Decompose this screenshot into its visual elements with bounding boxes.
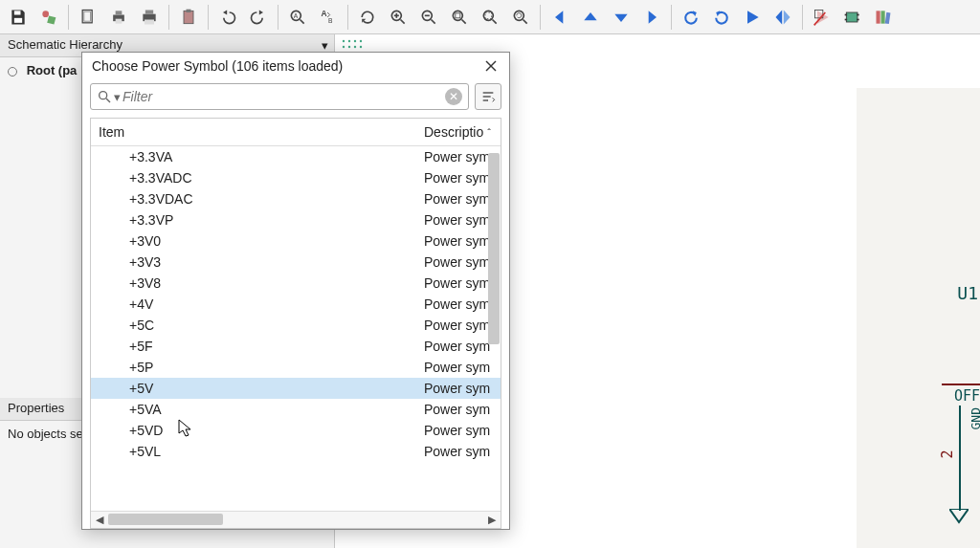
- library-browse-button[interactable]: [869, 3, 898, 32]
- row-desc: Power sym: [424, 423, 501, 438]
- row-item: +3.3VA: [129, 149, 424, 164]
- paste-button[interactable]: [174, 3, 203, 32]
- refresh-button[interactable]: [353, 3, 382, 32]
- toolbar-separator: [68, 5, 69, 30]
- row-item: +3V0: [129, 233, 424, 249]
- horizontal-scrollbar[interactable]: ◀ ▶: [91, 511, 501, 528]
- table-row[interactable]: +5VDPower sym: [91, 420, 501, 441]
- component-edit-button[interactable]: [34, 3, 63, 32]
- col-desc-header[interactable]: Descriptio ˆ: [424, 124, 501, 140]
- table-row[interactable]: +5FPower sym: [91, 336, 501, 357]
- schematic-pin-off: OFF: [942, 384, 980, 405]
- table-row[interactable]: +5CPower sym: [91, 315, 501, 336]
- zoom-fit-button[interactable]: [445, 3, 474, 32]
- svg-line-31: [493, 19, 497, 23]
- row-item: +5V: [129, 381, 424, 396]
- table-row[interactable]: +5PPower sym: [91, 357, 501, 378]
- svg-rect-12: [184, 11, 193, 23]
- options-icon: [480, 89, 496, 104]
- rotate-cw-button[interactable]: [707, 3, 736, 32]
- svg-rect-10: [145, 10, 153, 13]
- toolbar-separator: [278, 5, 278, 30]
- table-row[interactable]: +3V3Power sym: [91, 252, 501, 273]
- schematic-gnd-label: GND: [969, 407, 980, 429]
- hierarchy-title: Schematic Hierarchy: [8, 37, 122, 52]
- table-row[interactable]: +3V0Power sym: [91, 230, 501, 252]
- table-row[interactable]: +4VPower sym: [91, 294, 501, 315]
- table-row[interactable]: +3.3VPPower sym: [91, 209, 501, 230]
- save-button[interactable]: [4, 3, 33, 32]
- hierarchy-root[interactable]: Root (pa: [27, 63, 78, 77]
- toolbar-separator: [540, 5, 541, 30]
- find-replace-button[interactable]: AB: [314, 3, 343, 32]
- clear-filter-button[interactable]: ✕: [445, 88, 462, 105]
- rotate-ccw-button[interactable]: [677, 3, 705, 32]
- svg-line-28: [462, 19, 466, 23]
- hscroll-left-button[interactable]: ◀: [91, 512, 108, 528]
- svg-rect-11: [145, 19, 154, 24]
- erc-button[interactable]: [808, 3, 836, 32]
- table-row[interactable]: +3.3VAPower sym: [91, 146, 501, 167]
- svg-rect-37: [845, 13, 848, 15]
- print-button[interactable]: [104, 3, 133, 32]
- toolbar-separator: [802, 5, 803, 30]
- plot-button[interactable]: [135, 3, 164, 32]
- svg-rect-8: [116, 18, 122, 23]
- svg-rect-42: [881, 11, 885, 23]
- undo-button[interactable]: [213, 3, 242, 32]
- schematic-wire: [959, 406, 961, 511]
- zoom-redraw-button[interactable]: [506, 3, 535, 32]
- symbol-table: Item Descriptio ˆ +3.3VAPower sym+3.3VAD…: [90, 118, 501, 529]
- svg-rect-5: [84, 11, 91, 21]
- table-body[interactable]: +3.3VAPower sym+3.3VADCPower sym+3.3VDAC…: [91, 146, 501, 511]
- svg-point-47: [360, 40, 362, 42]
- zoom-out-button[interactable]: [414, 3, 443, 32]
- table-row[interactable]: +5VPower sym: [91, 378, 501, 399]
- filter-input-wrap[interactable]: ▾ ✕: [90, 83, 469, 110]
- find-button[interactable]: A: [283, 3, 312, 32]
- filter-options-button[interactable]: [475, 83, 501, 110]
- nav-right-button[interactable]: [637, 3, 666, 32]
- choose-power-symbol-dialog: Choose Power Symbol (106 items loaded) ▾…: [81, 52, 510, 530]
- symbol-preview[interactable]: +5V Power input: [857, 88, 980, 548]
- dialog-titlebar[interactable]: Choose Power Symbol (106 items loaded): [82, 53, 509, 79]
- col-item-header[interactable]: Item: [99, 124, 424, 140]
- svg-text:A: A: [294, 11, 299, 18]
- svg-point-46: [354, 40, 356, 42]
- table-row[interactable]: +5VAPower sym: [91, 399, 501, 420]
- table-row[interactable]: +3.3VADCPower sym: [91, 167, 501, 188]
- svg-line-33: [523, 19, 527, 23]
- svg-point-26: [453, 11, 462, 20]
- filter-input[interactable]: [121, 88, 445, 105]
- nav-up-button[interactable]: [576, 3, 605, 32]
- row-item: +5VD: [129, 423, 424, 438]
- dialog-close-button[interactable]: [480, 55, 501, 77]
- nav-down-button[interactable]: [607, 3, 635, 32]
- svg-marker-53: [949, 509, 969, 522]
- zoom-selection-button[interactable]: [476, 3, 504, 32]
- run-button[interactable]: [738, 3, 767, 32]
- hscroll-thumb[interactable]: [108, 514, 223, 525]
- table-row[interactable]: +3V8Power sym: [91, 273, 501, 294]
- row-item: +5C: [129, 318, 424, 333]
- zoom-in-button[interactable]: [384, 3, 412, 32]
- footprint-assign-button[interactable]: [838, 3, 867, 32]
- nav-left-button[interactable]: [546, 3, 574, 32]
- redo-button[interactable]: [244, 3, 273, 32]
- vertical-scrollbar-thumb[interactable]: [488, 153, 500, 344]
- svg-point-44: [343, 40, 345, 42]
- table-header[interactable]: Item Descriptio ˆ: [91, 119, 501, 146]
- svg-text:A: A: [322, 9, 327, 18]
- row-item: +3.3VDAC: [129, 191, 424, 207]
- svg-rect-38: [845, 18, 848, 20]
- toolbar-separator: [347, 5, 348, 30]
- mirror-button[interactable]: [768, 3, 797, 32]
- svg-rect-7: [116, 11, 122, 14]
- page-settings-button[interactable]: [74, 3, 102, 32]
- table-row[interactable]: +3.3VDACPower sym: [91, 188, 501, 209]
- toolbar-separator: [168, 5, 169, 30]
- table-row[interactable]: +5VLPower sym: [91, 441, 501, 462]
- hscroll-right-button[interactable]: ▶: [483, 512, 501, 528]
- toolbar-separator: [208, 5, 209, 30]
- hscroll-track[interactable]: [108, 512, 483, 528]
